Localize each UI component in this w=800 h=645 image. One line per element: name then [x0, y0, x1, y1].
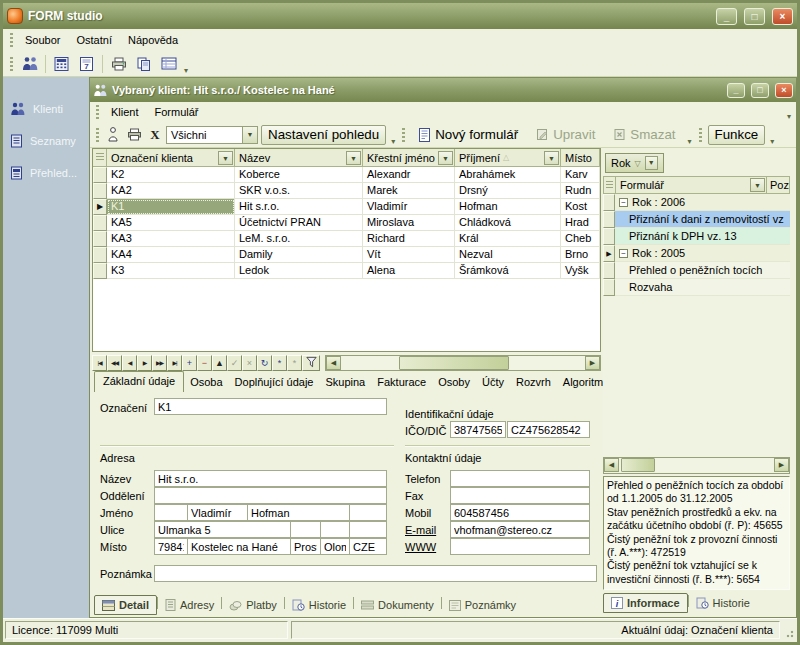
tab-dokumenty[interactable]: Dokumenty — [354, 596, 441, 614]
collapse-icon[interactable] — [619, 198, 628, 207]
maximize-button[interactable]: □ — [744, 8, 765, 25]
tab-osoby[interactable]: Osoby — [432, 373, 476, 392]
group-by-rok-button[interactable]: Rok ▽ ▼ — [605, 153, 664, 173]
resize-grip[interactable] — [783, 627, 795, 639]
collapse-icon[interactable] — [619, 249, 628, 258]
client-print-icon[interactable] — [123, 124, 145, 146]
email-link-label[interactable]: E-mail — [405, 524, 436, 536]
combo-dropdown-icon[interactable]: ▼ — [242, 127, 257, 143]
sidebar-item-klienti[interactable]: Klienti — [3, 93, 89, 125]
filter-combobox[interactable]: Všichni ▼ — [166, 126, 258, 144]
cell-nazev[interactable]: Koberce — [235, 167, 363, 183]
tab-detail[interactable]: Detail — [94, 595, 157, 615]
tab-platby[interactable]: Platby — [222, 596, 284, 614]
cell-misto[interactable]: Brno — [561, 247, 600, 263]
cell-nazev[interactable]: Damily — [235, 247, 363, 263]
nav-edit-button[interactable]: ▲ — [212, 355, 227, 371]
scroll-right-icon[interactable]: ▶ — [585, 356, 600, 370]
tab-ucty[interactable]: Účty — [476, 373, 510, 392]
table-row[interactable]: KA3 LeM. s.r.o. Richard Král Cheb — [93, 231, 600, 247]
nav-post-button[interactable]: ✓ — [227, 355, 242, 371]
cell-prijmeni[interactable]: Šrámková — [455, 263, 561, 279]
column-dropdown-icon[interactable]: ▼ — [438, 151, 453, 165]
toolbar-overflow-icon[interactable]: ▾ — [685, 137, 695, 147]
cell-jmeno[interactable]: Richard — [363, 231, 455, 247]
tab-historie[interactable]: Historie — [285, 596, 353, 614]
tab-skupina[interactable]: Skupina — [319, 373, 371, 392]
cell-misto[interactable]: Kost — [561, 199, 600, 215]
grid-horizontal-scrollbar[interactable]: ◀ ▶ — [325, 355, 601, 371]
forms-icon[interactable]: 7 — [74, 53, 99, 75]
table-row[interactable]: K2 Koberce Alexandr Abrahámek Karv — [93, 167, 600, 183]
cell-misto[interactable]: Karv — [561, 167, 600, 183]
cell-nazev[interactable]: Hit s.r.o. — [235, 199, 363, 215]
toolbar-drag-grip[interactable] — [699, 128, 702, 142]
scroll-left-icon[interactable]: ◀ — [326, 356, 341, 370]
toolbar-overflow-icon[interactable]: ▾ — [767, 137, 777, 147]
telefon-input[interactable] — [450, 470, 590, 487]
column-dropdown-icon[interactable]: ▼ — [218, 151, 233, 165]
cell-misto[interactable]: Hrad — [561, 215, 600, 231]
cell-prijmeni[interactable]: Nezval — [455, 247, 561, 263]
www-input[interactable] — [450, 538, 590, 555]
column-header-formular[interactable]: Formulář ▼ — [616, 177, 767, 193]
cislo-popisne-input[interactable] — [290, 521, 321, 538]
client-person-icon[interactable] — [103, 124, 123, 146]
ulice-extra-input[interactable] — [349, 521, 387, 538]
client-restore-button[interactable]: □ — [751, 83, 769, 98]
tree-group-row-current[interactable]: ▶ Rok : 2005 — [603, 245, 790, 262]
tree-group-row[interactable]: Rok : 2006 — [603, 194, 790, 211]
titul-input[interactable] — [154, 504, 188, 521]
menu-klient[interactable]: Klient — [103, 103, 147, 121]
column-header-oznaceni-klienta[interactable]: Označení klienta▼ — [107, 149, 235, 166]
cell-nazev[interactable]: SKR v.o.s. — [235, 183, 363, 199]
nav-first-button[interactable]: |◀ — [92, 355, 107, 371]
nazev-input[interactable] — [154, 470, 387, 487]
tab-historie-info[interactable]: Historie — [689, 594, 757, 612]
nav-bookmark-goto-button[interactable]: * — [287, 355, 302, 371]
cell-jmeno[interactable]: Miroslava — [363, 215, 455, 231]
column-dropdown-icon[interactable]: ▼ — [750, 178, 765, 192]
tab-poznamky[interactable]: Poznámky — [442, 596, 523, 614]
column-header-poz[interactable]: Poz — [767, 177, 789, 193]
cell-oznaceni-selected[interactable]: K1 — [107, 199, 235, 215]
column-header-krestni-jmeno[interactable]: Křestní jméno▼ — [363, 149, 455, 166]
nav-prior-button[interactable]: ◀ — [122, 355, 137, 371]
edit-form-button[interactable]: Upravit — [529, 125, 602, 145]
nav-next-page-button[interactable]: ▶▶ — [152, 355, 167, 371]
column-header-misto[interactable]: Místo — [561, 149, 600, 166]
print-icon[interactable] — [106, 53, 131, 75]
dic-input[interactable] — [507, 421, 590, 438]
menu-overflow-icon[interactable]: ▾ — [784, 112, 794, 122]
kraj-input[interactable] — [320, 538, 350, 555]
poznamka-input[interactable] — [154, 565, 597, 582]
www-link-label[interactable]: WWW — [405, 541, 436, 553]
email-input[interactable] — [450, 521, 590, 538]
lists-icon[interactable] — [156, 53, 181, 75]
cell-nazev[interactable]: LeM. s.r.o. — [235, 231, 363, 247]
cell-oznaceni[interactable]: KA5 — [107, 215, 235, 231]
cell-jmeno[interactable]: Marek — [363, 183, 455, 199]
cell-nazev[interactable]: Ledok — [235, 263, 363, 279]
cell-jmeno[interactable]: Vít — [363, 247, 455, 263]
cell-oznaceni[interactable]: KA4 — [107, 247, 235, 263]
toolbar-drag-grip[interactable] — [10, 57, 13, 71]
cell-jmeno[interactable]: Alena — [363, 263, 455, 279]
prijmeni-input[interactable] — [247, 504, 350, 521]
ico-input[interactable] — [450, 421, 506, 438]
titul-za-input[interactable] — [349, 504, 387, 521]
tree-item[interactable]: Rozvaha — [603, 279, 790, 296]
scroll-right-icon[interactable]: ▶ — [774, 458, 789, 472]
nav-refresh-button[interactable]: ↻ — [257, 355, 272, 371]
clients-icon[interactable] — [17, 53, 42, 75]
clear-filter-icon[interactable]: X — [145, 124, 165, 146]
cell-oznaceni[interactable]: K3 — [107, 263, 235, 279]
scrollbar-thumb[interactable] — [621, 458, 655, 472]
nav-next-button[interactable]: ▶ — [137, 355, 152, 371]
menu-drag-grip[interactable] — [10, 33, 13, 47]
nav-insert-button[interactable]: + — [182, 355, 197, 371]
group-dropdown-icon[interactable]: ▼ — [645, 156, 658, 170]
mobil-input[interactable] — [450, 504, 590, 521]
cell-jmeno[interactable]: Alexandr — [363, 167, 455, 183]
tab-rozvrh[interactable]: Rozvrh — [510, 373, 557, 392]
